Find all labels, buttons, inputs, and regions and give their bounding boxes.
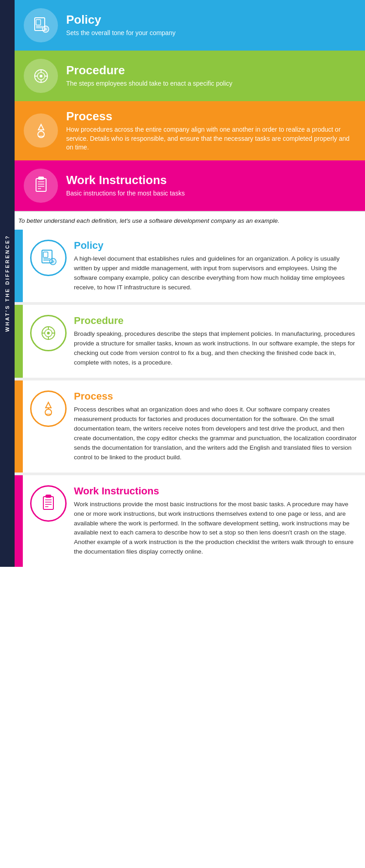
workinstr-detail-icon (30, 485, 67, 522)
workinstr-banner-icon (24, 169, 58, 203)
policy-banner: P Policy Sets the overall tone for your … (15, 0, 365, 51)
process-detail-title: Process (74, 390, 358, 402)
svg-text:P: P (44, 27, 47, 32)
workinstr-detail-section: Work Instructions Work instructions prov… (23, 475, 365, 567)
procedure-detail-body: Broadly speaking, procedures describe th… (74, 329, 358, 368)
workinstr-strip (15, 475, 23, 567)
sidebar-label: WHAT'S THE DIFFERENCE? (5, 235, 10, 332)
process-detail-icon (30, 390, 67, 427)
procedure-banner-text: Procedure The steps employees should tak… (66, 63, 232, 88)
workinstr-detail-text: Work Instructions Work instructions prov… (74, 485, 358, 557)
svg-point-14 (38, 131, 44, 138)
page-wrapper: WHAT'S THE DIFFERENCE? P Policy Sets the… (0, 0, 365, 567)
workinstr-detail-wrapper: Work Instructions Work instructions prov… (15, 475, 365, 567)
svg-point-8 (40, 75, 42, 77)
process-banner-text: Process How procedures across the entire… (66, 109, 356, 152)
procedure-strip (15, 305, 23, 378)
intro-label: To better understand each definition, le… (18, 217, 279, 224)
svg-rect-1 (36, 20, 41, 25)
workinstr-detail-body: Work instructions provide the most basic… (74, 500, 358, 557)
procedure-banner-subtitle: The steps employees should take to enact… (66, 79, 232, 88)
policy-banner-subtitle: Sets the overall tone for your company (66, 29, 176, 38)
process-banner-title: Process (66, 109, 356, 123)
procedure-detail-text: Procedure Broadly speaking, procedures d… (74, 315, 358, 368)
process-detail-text: Process Process describes what an organi… (74, 390, 358, 462)
policy-banner-icon: P (24, 8, 58, 42)
policy-strip (15, 230, 23, 303)
svg-marker-36 (46, 402, 51, 408)
procedure-detail-wrapper: Procedure Broadly speaking, procedures d… (15, 305, 365, 378)
svg-rect-17 (36, 179, 46, 191)
policy-detail-icon: P (30, 240, 67, 276)
svg-rect-24 (43, 252, 48, 257)
svg-rect-45 (46, 495, 51, 498)
svg-text:P: P (52, 260, 54, 264)
policy-banner-text: Policy Sets the overall tone for your co… (66, 13, 176, 38)
sidebar: WHAT'S THE DIFFERENCE? (0, 0, 15, 567)
process-strip (15, 380, 23, 473)
policy-banner-title: Policy (66, 13, 176, 27)
process-banner: Process How procedures across the entire… (15, 101, 365, 160)
workinstr-banner-title: Work Instructions (66, 173, 185, 187)
workinstr-banner-subtitle: Basic instructions for the most basic ta… (66, 189, 185, 198)
policy-detail-wrapper: P Policy A high-level document that esta… (15, 230, 365, 303)
procedure-banner-title: Procedure (66, 63, 232, 77)
procedure-detail-title: Procedure (74, 315, 358, 327)
workinstr-detail-title: Work Instructions (74, 485, 358, 497)
main-content: P Policy Sets the overall tone for your … (15, 0, 365, 567)
procedure-banner-icon (24, 59, 58, 93)
process-detail-wrapper: Process Process describes what an organi… (15, 380, 365, 473)
procedure-detail-icon (30, 315, 67, 351)
policy-detail-body: A high-level document that establishes r… (74, 254, 358, 293)
process-banner-subtitle: How procedures across the entire company… (66, 125, 356, 152)
process-detail-section: Process Process describes what an organi… (23, 380, 365, 473)
procedure-banner: Procedure The steps employees should tak… (15, 51, 365, 101)
intro-text: To better understand each definition, le… (15, 211, 365, 230)
process-detail-body: Process describes what an organization d… (74, 405, 358, 462)
policy-detail-section: P Policy A high-level document that esta… (23, 230, 365, 303)
workinstr-banner: Work Instructions Basic instructions for… (15, 160, 365, 211)
svg-point-37 (45, 409, 52, 416)
svg-rect-22 (38, 177, 44, 180)
svg-point-31 (47, 332, 50, 334)
procedure-detail-section: Procedure Broadly speaking, procedures d… (23, 305, 365, 378)
svg-marker-13 (38, 124, 44, 130)
workinstr-banner-text: Work Instructions Basic instructions for… (66, 173, 185, 198)
policy-detail-text: Policy A high-level document that establ… (74, 240, 358, 293)
process-banner-icon (24, 113, 58, 148)
policy-detail-title: Policy (74, 240, 358, 252)
svg-rect-40 (43, 497, 53, 509)
